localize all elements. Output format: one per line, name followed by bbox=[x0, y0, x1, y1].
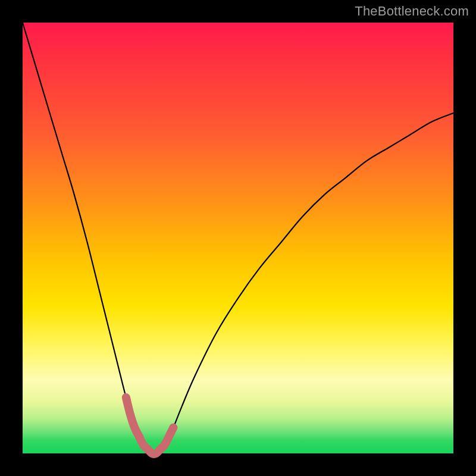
watermark-text: TheBottleneck.com bbox=[355, 4, 469, 19]
curve-thick-highlight bbox=[126, 397, 174, 454]
curve-thin-path bbox=[23, 23, 453, 454]
plot-area bbox=[23, 23, 453, 453]
bottleneck-curve bbox=[23, 23, 453, 453]
chart-frame: TheBottleneck.com bbox=[0, 0, 476, 476]
